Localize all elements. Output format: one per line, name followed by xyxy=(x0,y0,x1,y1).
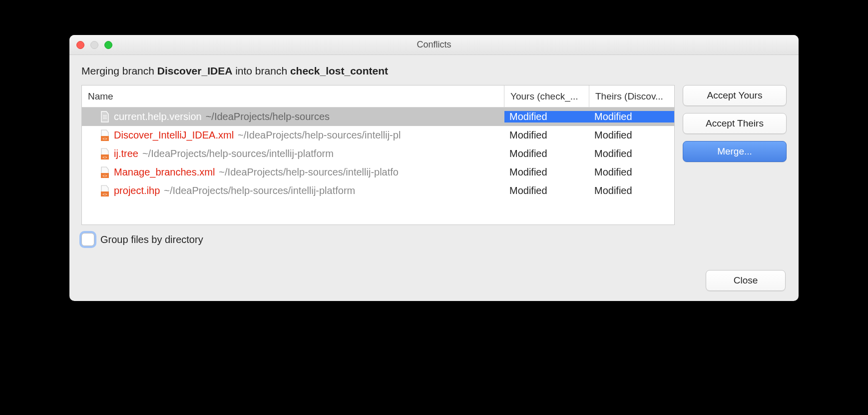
file-path: ~/IdeaProjects/help-sources xyxy=(206,111,330,122)
xml-file-icon: <> xyxy=(100,148,110,160)
table-row[interactable]: <>Discover_IntelliJ_IDEA.xml ~/IdeaProje… xyxy=(82,126,674,144)
table-body: current.help.version ~/IdeaProjects/help… xyxy=(82,108,674,224)
svg-text:<>: <> xyxy=(102,192,107,196)
merge-heading: Merging branch Discover_IDEA into branch… xyxy=(81,65,787,77)
window-title: Conflicts xyxy=(417,40,451,50)
accept-yours-button[interactable]: Accept Yours xyxy=(683,85,787,106)
xml-file-icon: <> xyxy=(100,185,110,197)
theirs-status: Modified xyxy=(589,130,674,141)
col-name[interactable]: Name xyxy=(82,86,504,107)
svg-text:<>: <> xyxy=(102,136,107,141)
file-cell: <>Discover_IntelliJ_IDEA.xml ~/IdeaProje… xyxy=(82,130,504,142)
table-row[interactable]: current.help.version ~/IdeaProjects/help… xyxy=(82,108,674,126)
source-branch: Discover_IDEA xyxy=(157,65,233,76)
titlebar: Conflicts xyxy=(69,35,799,55)
file-cell: <>ij.tree ~/IdeaProjects/help-sources/in… xyxy=(82,148,504,160)
file-name: ij.tree xyxy=(114,148,138,160)
xml-file-icon: <> xyxy=(100,130,110,142)
svg-text:<>: <> xyxy=(102,174,107,178)
svg-text:<>: <> xyxy=(102,155,107,160)
table-row[interactable]: <>Manage_branches.xml ~/IdeaProjects/hel… xyxy=(82,163,674,182)
xml-file-icon: <> xyxy=(100,166,110,178)
merge-button[interactable]: Merge... xyxy=(683,141,787,162)
file-name: current.help.version xyxy=(114,111,202,122)
theirs-status: Modified xyxy=(589,148,674,160)
yours-status: Modified xyxy=(504,185,589,196)
file-path: ~/IdeaProjects/help-sources/intellij-pla… xyxy=(164,185,355,196)
yours-status: Modified xyxy=(504,166,589,178)
file-cell: <>project.ihp ~/IdeaProjects/help-source… xyxy=(82,185,504,197)
checkbox-icon[interactable] xyxy=(81,233,94,246)
text-file-icon xyxy=(100,111,110,123)
file-cell: <>Manage_branches.xml ~/IdeaProjects/hel… xyxy=(82,166,504,178)
file-path: ~/IdeaProjects/help-sources/intellij-pl xyxy=(238,130,401,141)
group-by-directory-label: Group files by directory xyxy=(100,234,203,246)
yours-status: Modified xyxy=(504,111,589,122)
target-branch: check_lost_content xyxy=(290,65,388,76)
window-controls xyxy=(76,41,112,49)
heading-prefix: Merging branch xyxy=(81,65,157,76)
theirs-status: Modified xyxy=(589,111,674,122)
file-path: ~/IdeaProjects/help-sources/intellij-pla… xyxy=(142,148,334,160)
conflicts-dialog: Conflicts Merging branch Discover_IDEA i… xyxy=(69,35,799,301)
minimize-window-icon xyxy=(90,41,98,49)
close-window-icon[interactable] xyxy=(76,41,84,49)
file-name: Manage_branches.xml xyxy=(114,166,215,178)
close-button[interactable]: Close xyxy=(706,270,786,291)
file-cell: current.help.version ~/IdeaProjects/help… xyxy=(82,111,504,123)
conflicts-table: Name Yours (check_... Theirs (Discov... … xyxy=(81,85,675,225)
accept-theirs-button[interactable]: Accept Theirs xyxy=(683,113,787,134)
file-name: Discover_IntelliJ_IDEA.xml xyxy=(114,130,234,141)
col-yours[interactable]: Yours (check_... xyxy=(504,86,589,107)
heading-middle: into branch xyxy=(232,65,290,76)
zoom-window-icon[interactable] xyxy=(104,41,112,49)
theirs-status: Modified xyxy=(589,185,674,196)
group-by-directory[interactable]: Group files by directory xyxy=(81,233,203,246)
table-header: Name Yours (check_... Theirs (Discov... xyxy=(82,86,674,108)
dialog-content: Merging branch Discover_IDEA into branch… xyxy=(69,55,799,301)
col-theirs[interactable]: Theirs (Discov... xyxy=(589,86,674,107)
table-row[interactable]: <>ij.tree ~/IdeaProjects/help-sources/in… xyxy=(82,144,674,163)
file-path: ~/IdeaProjects/help-sources/intellij-pla… xyxy=(219,166,399,178)
yours-status: Modified xyxy=(504,130,589,141)
table-row[interactable]: <>project.ihp ~/IdeaProjects/help-source… xyxy=(82,182,674,200)
yours-status: Modified xyxy=(504,148,589,160)
file-name: project.ihp xyxy=(114,185,160,196)
theirs-status: Modified xyxy=(589,166,674,178)
action-buttons: Accept Yours Accept Theirs Merge... xyxy=(683,85,787,162)
